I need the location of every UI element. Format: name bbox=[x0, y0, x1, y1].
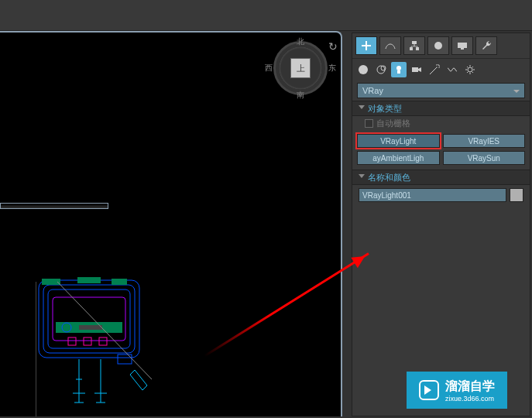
svg-rect-17 bbox=[410, 47, 413, 50]
create-categories bbox=[352, 59, 530, 81]
cameras-icon[interactable] bbox=[409, 62, 424, 77]
section-header-object-type[interactable]: 对象类型 bbox=[352, 101, 530, 116]
svg-point-25 bbox=[396, 66, 401, 70]
lights-icon[interactable] bbox=[391, 62, 407, 77]
vrayies-button[interactable]: VRayIES bbox=[443, 134, 526, 148]
svg-rect-16 bbox=[412, 41, 417, 44]
section-body-object-type: 自动栅格 VRayLight VRayIES ayAmbientLigh VRa… bbox=[352, 116, 530, 170]
hierarchy-tab[interactable] bbox=[403, 36, 425, 55]
utilities-tab[interactable] bbox=[475, 36, 497, 55]
vraylight-button[interactable]: VRayLight bbox=[357, 134, 440, 148]
renderer-dropdown[interactable]: VRay bbox=[357, 83, 525, 98]
section-header-name-color[interactable]: 名称和颜色 bbox=[352, 170, 530, 185]
compass-s: 南 bbox=[297, 90, 304, 101]
object-type-buttons: VRayLight VRayIES ayAmbientLigh VRaySun bbox=[352, 134, 530, 170]
watermark: 溜溜自学 zixue.3d66.com bbox=[407, 372, 507, 409]
helpers-icon[interactable] bbox=[427, 62, 442, 77]
svg-rect-12 bbox=[112, 279, 127, 285]
compass-e: 东 bbox=[328, 63, 336, 74]
viewcube-face-top[interactable]: 上 bbox=[290, 58, 311, 78]
motion-tab[interactable] bbox=[427, 36, 449, 55]
object-name-input[interactable] bbox=[359, 188, 506, 202]
vraysun-button[interactable]: VRaySun bbox=[443, 151, 526, 165]
play-icon bbox=[419, 380, 439, 400]
svg-rect-0 bbox=[39, 280, 139, 358]
auto-grid-checkbox[interactable] bbox=[365, 119, 373, 128]
auto-grid-label: 自动栅格 bbox=[376, 118, 410, 129]
section-title: 名称和颜色 bbox=[368, 172, 410, 183]
svg-rect-11 bbox=[77, 277, 101, 283]
systems-icon[interactable] bbox=[462, 62, 478, 77]
svg-rect-8 bbox=[84, 337, 91, 345]
name-color-row bbox=[352, 185, 530, 205]
shapes-icon[interactable] bbox=[373, 62, 389, 77]
compass-n: 北 bbox=[297, 36, 304, 47]
svg-rect-27 bbox=[412, 67, 418, 72]
spacewarps-icon[interactable] bbox=[444, 62, 460, 77]
svg-rect-9 bbox=[99, 337, 107, 345]
svg-rect-1 bbox=[43, 285, 135, 353]
geometry-icon[interactable] bbox=[355, 62, 371, 77]
display-tab[interactable] bbox=[451, 36, 473, 55]
watermark-title: 溜溜自学 bbox=[445, 379, 495, 395]
viewport-top[interactable]: ↻ 北 南 东 西 上 bbox=[0, 31, 342, 416]
svg-rect-3 bbox=[53, 297, 125, 341]
svg-rect-7 bbox=[68, 337, 76, 345]
auto-grid-row: 自动栅格 bbox=[352, 116, 530, 134]
svg-rect-18 bbox=[416, 47, 419, 50]
command-panel: VRay 对象类型 自动栅格 VRayLight VRayIES ayAmbie… bbox=[352, 33, 530, 416]
panel-tabs bbox=[352, 33, 530, 59]
compass-w: 西 bbox=[265, 63, 273, 74]
svg-rect-2 bbox=[48, 290, 130, 348]
svg-rect-26 bbox=[397, 70, 400, 74]
svg-rect-21 bbox=[461, 48, 464, 50]
svg-point-22 bbox=[359, 65, 368, 74]
section-title: 对象类型 bbox=[368, 103, 402, 115]
object-color-swatch[interactable] bbox=[510, 188, 523, 202]
svg-point-19 bbox=[434, 42, 442, 50]
svg-point-28 bbox=[468, 67, 472, 72]
modify-tab[interactable] bbox=[379, 36, 401, 55]
viewport-divider bbox=[0, 203, 108, 209]
renderer-dropdown-value: VRay bbox=[362, 86, 383, 95]
viewcube[interactable]: 北 南 东 西 上 bbox=[269, 37, 331, 99]
vrayambientlight-button[interactable]: ayAmbientLigh bbox=[357, 151, 440, 165]
top-menu-bar bbox=[0, 0, 532, 31]
watermark-subtitle: zixue.3d66.com bbox=[445, 395, 495, 403]
svg-rect-6 bbox=[79, 325, 102, 330]
create-tab[interactable] bbox=[355, 36, 377, 55]
svg-rect-20 bbox=[458, 43, 467, 48]
cad-drawing bbox=[36, 248, 160, 416]
